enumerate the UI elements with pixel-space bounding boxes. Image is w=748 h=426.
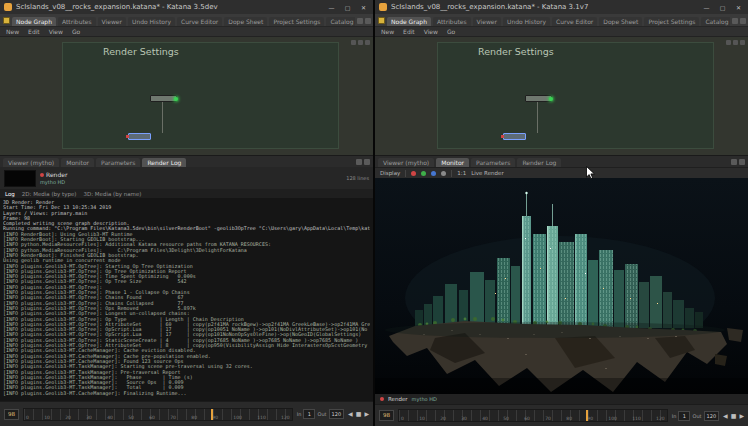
nodegraph-tool-icon[interactable]	[358, 40, 363, 45]
maximize-button[interactable]: ▢	[715, 2, 730, 13]
live-render-toggle[interactable]: Live Render	[471, 170, 504, 176]
pane-tab[interactable]: Attributes	[58, 17, 96, 26]
pane-menu-icon[interactable]	[364, 159, 370, 165]
render-thumbnail[interactable]	[4, 170, 36, 187]
node-graph-canvas[interactable]: Render Settings	[0, 36, 373, 155]
pane-tab[interactable]: Undo History	[128, 17, 175, 26]
menu-item[interactable]: View	[424, 28, 438, 35]
pane-menu-icon[interactable]	[739, 159, 745, 165]
nodegraph-tool-icon[interactable]	[726, 40, 731, 45]
pane-tab[interactable]: Project Settings	[644, 17, 699, 26]
selected-node[interactable]	[503, 133, 526, 140]
pane-tab[interactable]: Undo History	[503, 17, 550, 26]
toolbar-divider	[451, 170, 452, 177]
out-field[interactable]: 120	[329, 409, 345, 419]
tab-monitor[interactable]: Monitor	[61, 158, 94, 167]
menu-item[interactable]: Edit	[28, 28, 40, 35]
tab-parameters[interactable]: Parameters	[471, 158, 515, 167]
play-button[interactable]: ▶	[739, 413, 744, 419]
titlebar[interactable]: ScIslands_v08__rocks_expansion.katana* -…	[0, 0, 373, 14]
pane-split-icon[interactable]	[731, 159, 737, 165]
close-button[interactable]: ✕	[731, 2, 746, 13]
nodegraph-tool-icon[interactable]	[740, 40, 745, 45]
pane-tab[interactable]: Dope Sheet	[224, 17, 267, 26]
pane-tab[interactable]: Viewer	[473, 17, 501, 26]
current-frame-field[interactable]: 98	[4, 409, 19, 420]
step-back-button[interactable]: ◀	[723, 413, 728, 419]
channel-blue-icon[interactable]	[431, 171, 436, 176]
stop-button[interactable]: ■	[356, 411, 362, 417]
channel-alpha-icon[interactable]	[441, 171, 446, 176]
monitor-viewport[interactable]	[375, 178, 748, 394]
pane-tab[interactable]: Dope Sheet	[599, 17, 642, 26]
selected-node[interactable]	[128, 133, 151, 140]
pane-tab[interactable]: Viewer	[98, 17, 126, 26]
in-field[interactable]: 1	[303, 409, 315, 419]
tab-viewer[interactable]: Viewer (mytho)	[378, 158, 434, 167]
pane-tab[interactable]: Curve Editor	[177, 17, 222, 26]
pane-tab[interactable]: Node Graph	[387, 17, 431, 26]
maximize-button[interactable]: ▢	[340, 2, 355, 13]
out-field[interactable]: 120	[704, 411, 720, 421]
tab-render-log[interactable]: Render Log	[142, 158, 186, 167]
nodegraph-tool-icon[interactable]	[365, 40, 370, 45]
minimize-button[interactable]: —	[699, 2, 714, 13]
node-graph-icon	[3, 17, 10, 24]
in-field[interactable]: 1	[678, 411, 690, 421]
current-frame-marker[interactable]	[586, 410, 588, 421]
backdrop-node[interactable]: Render Settings	[437, 42, 714, 149]
pane-tab[interactable]: Attributes	[433, 17, 471, 26]
log-subtab[interactable]: 2D: Media (by type)	[22, 191, 77, 197]
desktop: ScIslands_v08__rocks_expansion.katana* -…	[0, 0, 748, 426]
tab-monitor[interactable]: Monitor	[436, 158, 469, 167]
render-log-output[interactable]: 3D Render: RenderStart Time: Fri Dec 13 …	[0, 198, 373, 401]
pane-tab[interactable]: Catalog	[701, 17, 730, 26]
pane-menu-icon[interactable]	[365, 18, 371, 24]
pane-split-icon[interactable]	[356, 159, 362, 165]
nodegraph-tool-icon[interactable]	[351, 40, 356, 45]
menu-item[interactable]: Go	[447, 28, 455, 35]
pane-tabstrip: Node GraphAttributesViewerUndo HistoryCu…	[0, 14, 373, 26]
menu-item[interactable]: View	[49, 28, 63, 35]
tick-label: 0	[401, 416, 404, 421]
titlebar[interactable]: ScIslands_v08__rocks_expansion.katana* -…	[375, 0, 748, 14]
stop-button[interactable]: ■	[731, 413, 737, 419]
timeline-ruler[interactable]: 0102030405060708090100110120	[398, 409, 668, 422]
pane-tab[interactable]: Project Settings	[269, 17, 324, 26]
channel-green-icon[interactable]	[421, 171, 426, 176]
tick-label: 50	[128, 415, 134, 420]
minimize-button[interactable]: —	[324, 2, 339, 13]
timeline-ruler[interactable]: 0102030405060708090100110120	[23, 408, 293, 421]
render-node[interactable]	[150, 95, 177, 102]
menu-item[interactable]: Go	[72, 28, 80, 35]
channel-red-icon[interactable]	[411, 171, 416, 176]
menu-item[interactable]: New	[6, 28, 19, 35]
menu-item[interactable]: New	[381, 28, 394, 35]
tick-label: 20	[65, 415, 71, 420]
tab-parameters[interactable]: Parameters	[96, 158, 140, 167]
close-button[interactable]: ✕	[356, 2, 371, 13]
tab-viewer[interactable]: Viewer (mytho)	[3, 158, 59, 167]
log-subtab[interactable]: 3D: Media (by name)	[84, 191, 142, 197]
nodegraph-tool-icon[interactable]	[733, 40, 738, 45]
step-back-button[interactable]: ◀	[348, 411, 353, 417]
play-button[interactable]: ▶	[364, 411, 369, 417]
pane-split-icon[interactable]	[732, 18, 738, 24]
tab-render-log[interactable]: Render Log	[517, 158, 561, 167]
pane-tab[interactable]: Catalog	[326, 17, 355, 26]
backdrop-node[interactable]: Render Settings	[62, 42, 339, 149]
pane-tab[interactable]: Node Graph	[12, 17, 56, 26]
log-subtab[interactable]: Log	[5, 191, 15, 197]
render-node[interactable]	[525, 95, 552, 102]
bottom-tabbar: Viewer (mytho) Monitor Parameters Render…	[0, 155, 373, 167]
current-frame-marker[interactable]	[211, 409, 213, 420]
current-frame-field[interactable]: 98	[379, 410, 394, 421]
pane-tab[interactable]: Curve Editor	[552, 17, 597, 26]
tick-label: 70	[170, 415, 176, 420]
pane-menu-icon[interactable]	[740, 18, 746, 24]
node-graph-canvas[interactable]: Render Settings	[375, 36, 748, 155]
display-menu[interactable]: Display	[380, 170, 400, 176]
menu-item[interactable]: Edit	[403, 28, 415, 35]
pane-split-icon[interactable]	[357, 18, 363, 24]
zoom-level[interactable]: 1:1	[457, 170, 466, 176]
